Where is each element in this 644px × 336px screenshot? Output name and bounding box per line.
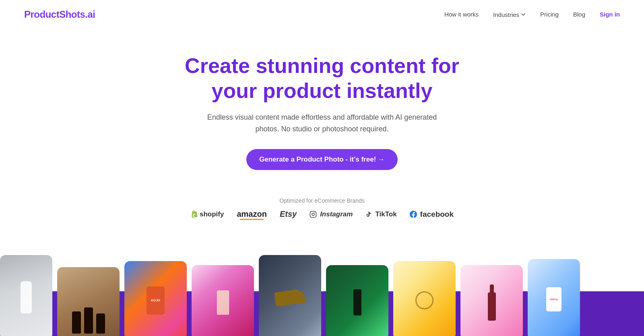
navbar: ProductShots.ai How it works Industries … [0, 0, 644, 29]
svg-point-2 [314, 212, 315, 213]
nav-link-industries[interactable]: Industries [493, 11, 526, 18]
brand-facebook: facebook [410, 210, 454, 219]
product-card-5 [259, 255, 321, 336]
instagram-label: Instagram [320, 210, 353, 218]
amazon-label: amazon [237, 209, 266, 219]
facebook-label: facebook [420, 210, 454, 219]
product-card-7 [393, 261, 456, 336]
nav-item-blog[interactable]: Blog [573, 11, 585, 18]
product-card-2 [57, 267, 120, 336]
svg-point-1 [312, 213, 314, 216]
nav-link-how-it-works[interactable]: How it works [444, 11, 479, 18]
tiktok-label: TikTok [375, 210, 396, 218]
cta-button[interactable]: Generate a Product Photo - it's free! → [246, 149, 398, 170]
shopify-icon [190, 210, 198, 218]
chevron-down-icon [521, 12, 526, 17]
product-card-4 [192, 265, 254, 336]
product-card-1 [0, 255, 52, 336]
nav-item-pricing[interactable]: Pricing [540, 11, 559, 18]
brands-label: Optimized for eCommerce Brands [8, 197, 636, 204]
brand-instagram: Instagram [310, 210, 353, 218]
product-image-strip: KOJO [0, 239, 644, 336]
facebook-icon [410, 211, 417, 218]
product-card-3: KOJO [124, 261, 187, 336]
logo[interactable]: ProductShots.ai [24, 9, 95, 20]
hero-title: Create stunning content for your product… [169, 53, 475, 104]
nav-link-sign-in[interactable]: Sign in [600, 11, 620, 18]
product-card-8 [460, 265, 523, 336]
hero-section: Create stunning content for your product… [0, 29, 644, 186]
brand-shopify: shopify [190, 210, 224, 218]
brand-tiktok: TikTok [365, 210, 396, 218]
brand-amazon: amazon [237, 209, 266, 219]
nav-link-blog[interactable]: Blog [573, 11, 585, 18]
product-card-6 [326, 265, 388, 336]
nav-item-sign-in[interactable]: Sign in [600, 11, 620, 18]
hero-subtitle: Endless visual content made effortless a… [197, 112, 447, 135]
brands-row: shopify amazon Etsy Instagram TikTok [8, 209, 636, 219]
nav-item-industries[interactable]: Industries [493, 11, 526, 18]
nav-link-pricing[interactable]: Pricing [540, 11, 559, 18]
svg-rect-0 [310, 211, 316, 217]
etsy-label: Etsy [280, 209, 297, 219]
brand-etsy: Etsy [280, 209, 297, 219]
tiktok-icon [365, 211, 372, 218]
instagram-icon [310, 211, 317, 218]
product-card-9: OlliPop [528, 259, 580, 336]
nav-item-how-it-works[interactable]: How it works [444, 11, 479, 18]
brands-section: Optimized for eCommerce Brands shopify a… [0, 186, 644, 227]
shopify-label: shopify [200, 210, 224, 218]
nav-links: How it works Industries Pricing Blog Sig… [444, 11, 620, 18]
image-strip-wrapper: KOJO [0, 239, 644, 336]
